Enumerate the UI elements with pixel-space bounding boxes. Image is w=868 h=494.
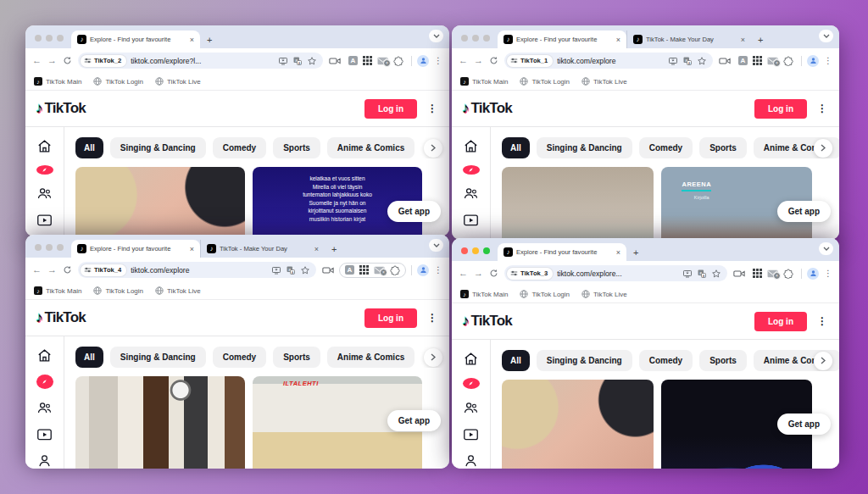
minimize-window-button[interactable] [46,35,53,42]
new-tab-button[interactable]: + [751,35,770,48]
sidebar-following-icon[interactable] [36,400,53,416]
bookmark-tiktok-live[interactable]: TikTok Live [155,77,201,86]
chevron-down-icon[interactable] [819,30,833,42]
profile-avatar-icon[interactable] [417,55,429,67]
forward-icon[interactable]: → [47,56,57,65]
browser-menu-icon[interactable]: ⋮ [824,269,832,278]
browser-tab-2[interactable]: ♪ TikTok - Make Your Day × [626,31,751,48]
browser-menu-icon[interactable]: ⋮ [434,56,442,65]
close-tab-icon[interactable]: × [741,36,745,44]
calculator-extension-icon[interactable] [753,269,762,278]
address-bar[interactable]: TikTok_4 tiktok.com/explore aA [78,262,316,278]
extensions-puzzle-icon[interactable] [390,265,400,275]
profile-avatar-icon[interactable] [807,55,819,67]
sidebar-explore-icon[interactable] [36,375,53,389]
category-pill-comedy[interactable]: Comedy [639,350,693,371]
category-pill-all[interactable]: All [75,347,103,368]
bookmark-tiktok-main[interactable]: ♪ TikTok Main [460,77,508,86]
video-card[interactable] [75,376,245,469]
sidebar-following-icon[interactable] [463,186,480,202]
minimize-window-button[interactable] [472,247,479,254]
reload-icon[interactable] [489,269,498,278]
sidebar-home-icon[interactable] [36,347,53,364]
browser-tab-1[interactable]: ♪ Explore - Find your favourite × [71,240,200,258]
close-tab-icon[interactable]: × [314,245,319,253]
close-tab-icon[interactable]: × [190,36,194,44]
back-icon[interactable]: ← [459,56,468,65]
translate-icon[interactable]: aA [286,265,296,275]
minimize-window-button[interactable] [46,244,53,251]
sidebar-following-icon[interactable] [463,400,480,416]
sidebar-following-icon[interactable] [36,186,53,202]
page-menu-icon[interactable]: ⋮ [427,312,437,324]
bookmark-tiktok-main[interactable]: ♪ TikTok Main [34,286,81,295]
category-pill-singing-dancing[interactable]: Singing & Dancing [537,350,632,371]
translate-icon[interactable]: aA [292,56,303,66]
get-app-button[interactable]: Get app [777,201,831,222]
login-button[interactable]: Log in [364,99,417,119]
bookmark-tiktok-login[interactable]: TikTok Login [93,77,143,86]
bookmark-tiktok-login[interactable]: TikTok Login [520,290,570,298]
browser-tab-1[interactable]: ♪ Explore - Find your favourite × [71,31,200,48]
profile-chip[interactable]: TikTok_4 [81,264,126,276]
sidebar-profile-icon[interactable] [463,452,480,469]
category-pill-comedy[interactable]: Comedy [639,137,693,158]
sidebar-live-icon[interactable] [36,213,53,227]
sidebar-profile-icon[interactable] [36,452,53,469]
tiktok-logo[interactable]: ♪ TikTok [36,309,86,326]
category-pill-singing-dancing[interactable]: Singing & Dancing [110,347,206,368]
address-bar[interactable]: TikTok_1 tiktok.com/explore aA [504,53,713,69]
close-tab-icon[interactable]: × [616,36,620,44]
page-menu-icon[interactable]: ⋮ [427,103,437,114]
address-bar[interactable]: TikTok_3 tiktok.com/explore... aA [504,265,727,281]
new-tab-button[interactable]: + [200,35,219,48]
browser-tab-1[interactable]: ♪ Explore - Find your favourite × [498,243,626,261]
send-to-device-icon[interactable] [682,269,693,279]
get-app-button[interactable]: Get app [387,410,441,431]
calculator-extension-icon[interactable] [359,265,369,275]
categories-next-button[interactable] [424,139,442,158]
categories-next-button[interactable] [424,348,442,367]
zoom-window-button[interactable] [483,35,490,42]
browser-menu-icon[interactable]: ⋮ [434,265,442,275]
new-tab-button[interactable]: + [626,247,645,261]
reload-icon[interactable] [489,56,498,65]
category-pill-all[interactable]: All [502,137,530,158]
profile-chip[interactable]: TikTok_3 [507,268,553,280]
category-pill-singing-dancing[interactable]: Singing & Dancing [110,137,206,158]
tiktok-logo[interactable]: ♪ TikTok [462,313,512,330]
muted-mail-extension-icon[interactable]: × [767,57,778,65]
muted-mail-extension-icon[interactable]: × [377,57,388,65]
sidebar-explore-icon[interactable] [463,378,480,389]
profile-chip[interactable]: TikTok_2 [81,55,126,67]
forward-icon[interactable]: → [474,269,483,278]
camera-extension-icon[interactable] [329,56,341,66]
letter-a-extension-icon[interactable]: A [738,56,748,65]
login-button[interactable]: Log in [364,308,417,328]
category-pill-comedy[interactable]: Comedy [213,137,266,158]
profile-chip[interactable]: TikTok_1 [507,55,553,67]
send-to-device-icon[interactable] [668,56,678,66]
bookmark-tiktok-live[interactable]: TikTok Live [581,77,627,86]
sidebar-home-icon[interactable] [36,138,53,154]
category-pill-anime-comics[interactable]: Anime & Comics [327,347,415,368]
back-icon[interactable]: ← [32,265,42,275]
send-to-device-icon[interactable] [271,265,281,275]
sidebar-live-icon[interactable] [36,427,53,441]
page-menu-icon[interactable]: ⋮ [817,103,827,114]
minimize-window-button[interactable] [472,35,479,42]
bookmark-tiktok-login[interactable]: TikTok Login [93,286,143,295]
bookmark-tiktok-main[interactable]: ♪ TikTok Main [460,290,508,298]
close-window-button[interactable] [461,247,468,254]
muted-mail-extension-icon[interactable]: × [374,266,385,275]
zoom-window-button[interactable] [57,35,64,42]
category-pill-anime-comics[interactable]: Anime & Comics [327,137,415,158]
zoom-window-button[interactable] [483,247,490,254]
sidebar-explore-icon[interactable] [36,165,53,175]
back-icon[interactable]: ← [459,269,468,278]
close-window-button[interactable] [35,244,42,251]
bookmark-star-icon[interactable] [300,265,310,275]
bookmark-star-icon[interactable] [307,56,317,66]
letter-a-extension-icon[interactable]: A [348,56,358,65]
browser-menu-icon[interactable]: ⋮ [824,56,832,65]
